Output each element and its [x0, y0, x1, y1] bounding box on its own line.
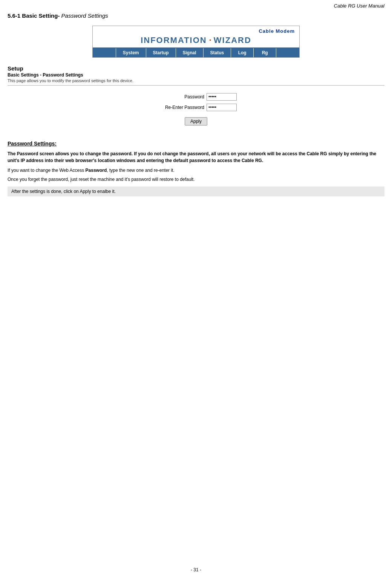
title-bold: 5.6-1 Basic Setting-	[8, 12, 60, 19]
info-text: INFORMATION	[141, 35, 207, 45]
doc-para2: If you want to change the Web Access Pas…	[8, 167, 384, 174]
page-number: - 31 -	[191, 567, 201, 572]
reenter-password-row: Re-Enter Password	[121, 104, 271, 111]
setup-label: Setup	[8, 65, 384, 72]
tab-startup[interactable]: Startup	[146, 48, 176, 57]
doc-para2-prefix: If you want to change the Web Access	[8, 168, 86, 173]
tab-signal[interactable]: Signal	[176, 48, 204, 57]
doc-para3: Once you forget the password, just reset…	[8, 176, 384, 183]
page-description: This page allows you to modify the passw…	[8, 78, 384, 83]
page-footer: - 31 -	[0, 567, 392, 572]
reenter-password-input[interactable]	[207, 104, 237, 111]
apply-button[interactable]: Apply	[185, 117, 207, 125]
nav-tabs-bar: System Startup Signal Status Log Rg	[93, 48, 299, 57]
highlight-box: After the settings is done, click on App…	[8, 187, 384, 196]
apply-row: Apply	[121, 114, 271, 125]
tab-rg[interactable]: Rg	[254, 48, 276, 57]
page-header: Cable RG User Manual	[0, 0, 392, 10]
password-input[interactable]	[207, 93, 237, 101]
form-section: Password Re-Enter Password Apply	[121, 93, 271, 125]
password-row: Password	[121, 93, 271, 101]
doc-para1: The Password screen allows you to change…	[8, 150, 384, 164]
setup-area: Setup Basic Settings - Password Settings…	[8, 65, 384, 86]
cable-modem-brand: Cable Modem	[259, 28, 295, 34]
divider	[8, 85, 384, 86]
section-title: 5.6-1 Basic Setting- Password Settings	[0, 10, 392, 22]
password-label: Password	[155, 94, 204, 99]
wizard-text: WIZARD	[214, 35, 251, 45]
doc-heading: Password Settings:	[8, 141, 384, 147]
manual-title: Cable RG User Manual	[334, 3, 384, 9]
tab-status[interactable]: Status	[204, 48, 231, 57]
info-wizard-bar: INFORMATION · WIZARD	[93, 35, 299, 48]
doc-para2-bold: Password	[86, 168, 107, 173]
modem-header-box: Cable Modem INFORMATION · WIZARD System …	[92, 26, 300, 58]
tab-system[interactable]: System	[116, 48, 146, 57]
doc-para2-suffix: , type the new one and re-enter it.	[107, 168, 174, 173]
brand-area: Cable Modem	[93, 26, 299, 35]
title-italic: Password Settings	[60, 12, 108, 19]
documentation-section: Password Settings: The Password screen a…	[8, 141, 384, 196]
separator-dot: ·	[209, 35, 211, 45]
breadcrumb: Basic Settings - Password Settings	[8, 72, 384, 78]
tab-log[interactable]: Log	[231, 48, 254, 57]
reenter-label: Re-Enter Password	[155, 105, 204, 110]
